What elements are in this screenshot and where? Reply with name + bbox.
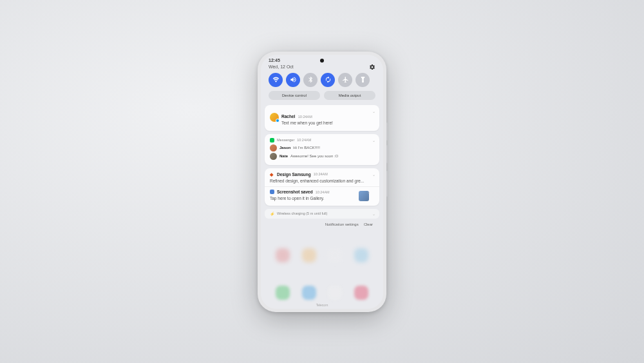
chevron-down-icon[interactable]: ⌄ — [372, 109, 375, 113]
device-control-button[interactable]: Device control — [269, 91, 320, 100]
notif-title: Screenshot saved — [277, 190, 313, 194]
notification-messenger[interactable]: Messenger 10:24AM Jason Hi I'm BACK!!!!!… — [265, 134, 379, 165]
notif-sender-name: Rachel — [281, 114, 295, 119]
design-samsung-icon: ◆ — [270, 172, 274, 177]
media-output-button[interactable]: Media output — [324, 91, 375, 100]
chevron-down-icon[interactable]: ⌄ — [372, 138, 375, 142]
wireless-charging-notice[interactable]: ⚡ Wireless charging (5 m until full) ⌄ — [265, 209, 379, 219]
bolt-icon: ⚡ — [270, 211, 274, 216]
sound-toggle[interactable] — [286, 73, 300, 87]
volume-up-button[interactable] — [386, 123, 388, 141]
home-apps-row-blurred — [261, 248, 383, 262]
chevron-down-icon[interactable]: ⌄ — [367, 190, 370, 194]
notification-settings-link[interactable]: Notification settings — [325, 222, 359, 226]
notification-design-samsung[interactable]: ◆ Design Samsung 10:24AM Refined design,… — [265, 168, 379, 206]
settings-gear-icon[interactable] — [369, 64, 375, 70]
messenger-app-icon — [270, 138, 274, 142]
avatar-jason — [270, 144, 277, 152]
flashlight-toggle[interactable] — [355, 73, 370, 87]
airplane-toggle[interactable] — [338, 73, 352, 87]
app-name-label: Design Samsung — [277, 172, 311, 177]
gallery-app-icon — [270, 190, 274, 194]
volume-down-button[interactable] — [386, 145, 388, 163]
rotate-toggle[interactable] — [321, 73, 335, 87]
notif-body: Refined design, enhanced customization a… — [270, 179, 374, 184]
phone-frame: 12:45 Wed, 12 Oct Device control Media o… — [258, 52, 386, 312]
notif-time: 10:24AM — [297, 138, 311, 142]
msg-sender: Jason — [279, 146, 290, 150]
msg-preview: Awesome! See you soon :O — [290, 154, 374, 158]
notif-time: 10:24AM — [314, 172, 328, 176]
notif-body: Text me when you get here! — [281, 121, 333, 126]
phone-screen: 12:45 Wed, 12 Oct Device control Media o… — [261, 55, 383, 309]
msg-preview: Hi I'm BACK!!!!! — [293, 146, 374, 150]
wireless-text: Wireless charging (5 m until full) — [277, 211, 327, 215]
power-button[interactable] — [386, 171, 388, 197]
notification-screenshot[interactable]: Screenshot saved 10:24AM Tap here to ope… — [270, 190, 374, 201]
divider — [265, 186, 379, 187]
app-name-label: Messenger — [277, 138, 294, 142]
bluetooth-toggle[interactable] — [303, 73, 317, 87]
notif-time: 10:24AM — [298, 115, 312, 119]
wifi-toggle[interactable] — [269, 73, 283, 87]
home-dock-blurred — [261, 286, 383, 300]
clear-all-button[interactable]: Clear — [364, 222, 373, 226]
status-date: Wed, 12 Oct — [269, 64, 294, 69]
quick-toggles-row — [261, 73, 383, 91]
carrier-label: Telecom — [261, 303, 383, 307]
notification-rachel[interactable]: Rachel 10:24AM Text me when you get here… — [265, 105, 379, 131]
chevron-down-icon[interactable]: ⌄ — [372, 211, 375, 216]
app-badge-icon — [276, 119, 279, 123]
front-camera — [320, 59, 324, 63]
notif-time: 10:24AM — [316, 190, 330, 194]
avatar-rachel — [270, 113, 279, 122]
msg-sender: Nate — [279, 154, 288, 158]
chevron-down-icon[interactable]: ⌄ — [372, 172, 375, 177]
avatar-nate — [270, 153, 277, 160]
